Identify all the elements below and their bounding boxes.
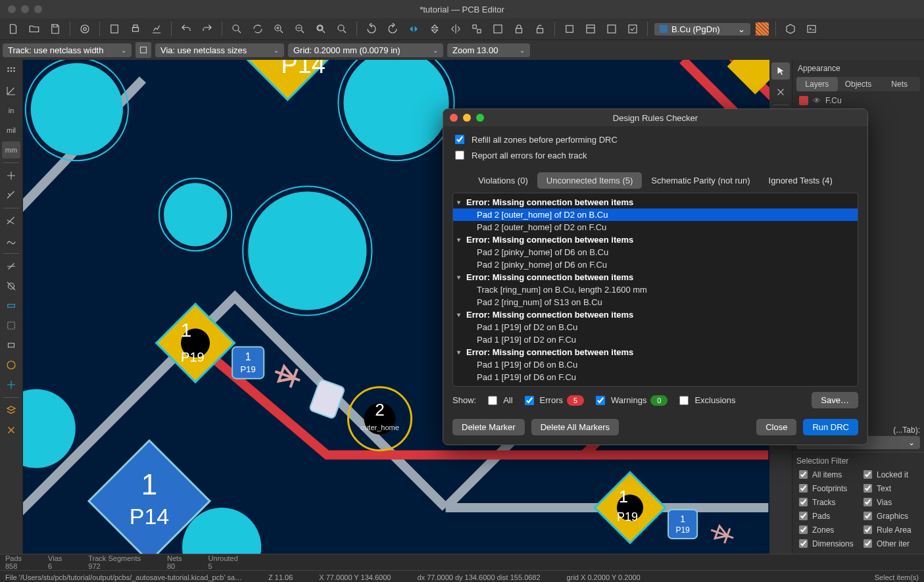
curved-ratsnest-icon[interactable] bbox=[2, 232, 20, 249]
flip-icon[interactable] bbox=[448, 21, 464, 37]
group-icon[interactable] bbox=[469, 21, 485, 37]
via-size-select[interactable]: Via: use netclass sizes⌄ bbox=[155, 43, 284, 57]
rotate-ccw-icon[interactable] bbox=[364, 21, 379, 37]
layer-selector[interactable]: B.Cu (PgDn) ⌄ bbox=[654, 23, 750, 36]
opt-report[interactable]: Report all errors for each track bbox=[452, 149, 858, 162]
filter-dimensions[interactable]: Dimensions bbox=[796, 537, 856, 550]
drc-error-list[interactable]: Error: Missing connection between itemsP… bbox=[452, 193, 858, 387]
show-errors[interactable]: Errors5 bbox=[522, 394, 584, 407]
mirror-h-icon[interactable] bbox=[406, 21, 422, 37]
zoom-fit-icon[interactable] bbox=[313, 21, 329, 37]
via-outline-icon[interactable] bbox=[2, 278, 20, 295]
delete-all-markers-button[interactable]: Delete All Markers bbox=[531, 419, 619, 435]
3d-viewer-icon[interactable] bbox=[783, 21, 798, 37]
scripting-console-icon[interactable] bbox=[804, 21, 819, 37]
track-width-select[interactable]: Track: use netclass width⌄ bbox=[3, 43, 132, 57]
save-file-icon[interactable] bbox=[47, 21, 63, 37]
show-warnings[interactable]: Warnings0 bbox=[593, 394, 668, 407]
close-window-icon[interactable] bbox=[8, 5, 16, 13]
drc-error-item[interactable]: Pad 2 [outer_home] of D2 on F.Cu bbox=[453, 221, 858, 233]
drc-icon[interactable] bbox=[625, 21, 641, 37]
net-highlight-icon[interactable] bbox=[2, 376, 20, 393]
filter-all-items[interactable]: All items bbox=[796, 468, 856, 481]
drc-error-header[interactable]: Error: Missing connection between items bbox=[453, 346, 858, 358]
unlock-icon[interactable] bbox=[532, 21, 548, 37]
zoom-select[interactable]: Zoom 13.00⌄ bbox=[447, 43, 530, 57]
track-width-toggle-icon[interactable] bbox=[135, 42, 151, 58]
select-tool-icon[interactable] bbox=[771, 62, 790, 80]
tab-objects[interactable]: Objects bbox=[838, 77, 879, 91]
drc-error-item[interactable]: Pad 2 [outer_home] of D2 on B.Cu bbox=[453, 208, 858, 221]
filter-footprints[interactable]: Footprints bbox=[796, 482, 856, 495]
drc-error-header[interactable]: Error: Missing connection between items bbox=[453, 196, 858, 208]
opt-refill[interactable]: Refill all zones before performing DRC bbox=[452, 133, 858, 146]
drc-error-item[interactable]: Pad 2 [pinky_home] of D6 on F.Cu bbox=[453, 258, 858, 271]
inches-unit[interactable]: in bbox=[2, 102, 20, 119]
footprint-browser-icon[interactable] bbox=[583, 21, 598, 37]
zoom-in-icon[interactable] bbox=[271, 21, 287, 37]
ratsnest-icon[interactable] bbox=[2, 212, 20, 230]
filter-zones[interactable]: Zones bbox=[796, 523, 856, 536]
zoom-out-icon[interactable] bbox=[292, 21, 308, 37]
run-drc-button[interactable]: Run DRC bbox=[803, 419, 858, 435]
page-settings-icon[interactable] bbox=[107, 21, 122, 37]
drc-error-item[interactable]: Pad 1 [P19] of D2 on F.Cu bbox=[453, 333, 858, 346]
close-button[interactable]: Close bbox=[756, 419, 796, 435]
undo-icon[interactable] bbox=[178, 21, 194, 37]
drc-error-header[interactable]: Error: Missing connection between items bbox=[453, 233, 858, 246]
mils-unit[interactable]: mil bbox=[2, 122, 20, 139]
pad-outline-icon[interactable] bbox=[2, 337, 20, 354]
grid-select[interactable]: Grid: 0.2000 mm (0.0079 in)⌄ bbox=[288, 43, 443, 57]
drc-error-item[interactable]: Pad 2 [ring_num] of S13 on B.Cu bbox=[453, 296, 858, 308]
lock-icon[interactable] bbox=[511, 21, 527, 37]
cursor-shape-icon[interactable] bbox=[2, 167, 20, 184]
drc-error-item[interactable]: Track [ring_num] on B.Cu, length 2.1600 … bbox=[453, 283, 858, 296]
drc-error-item[interactable]: Pad 1 [P19] of D6 on F.Cu bbox=[453, 371, 858, 383]
zone-outline-icon[interactable] bbox=[2, 317, 20, 334]
filter-pads[interactable]: Pads bbox=[796, 510, 856, 522]
drc-error-item[interactable]: Pad 2 [pinky_home] of D6 on B.Cu bbox=[453, 246, 858, 258]
footprint-editor-icon[interactable] bbox=[562, 21, 577, 37]
mirror-v-icon[interactable] bbox=[427, 21, 443, 37]
tab-violations[interactable]: Violations (0) bbox=[469, 172, 537, 189]
drc-error-header[interactable]: Error: Missing connection between items bbox=[453, 308, 858, 321]
show-all[interactable]: All bbox=[485, 394, 512, 407]
dlg-close-icon[interactable] bbox=[450, 114, 458, 122]
tab-layers[interactable]: Layers bbox=[796, 77, 838, 91]
dlg-minimize-icon[interactable] bbox=[463, 114, 471, 122]
zoom-window-icon[interactable] bbox=[34, 5, 42, 13]
ungroup-icon[interactable] bbox=[490, 21, 506, 37]
minimize-window-icon[interactable] bbox=[21, 5, 29, 13]
tab-parity[interactable]: Schematic Parity (not run) bbox=[642, 172, 759, 189]
always-show-cursor-icon[interactable] bbox=[2, 187, 20, 204]
filter-rule-area[interactable]: Rule Area bbox=[861, 523, 920, 536]
filter-other-iter[interactable]: Other iter bbox=[861, 537, 920, 550]
delete-marker-button[interactable]: Delete Marker bbox=[452, 419, 525, 435]
filter-graphics[interactable]: Graphics bbox=[861, 510, 920, 522]
high-contrast-icon[interactable] bbox=[2, 356, 20, 374]
open-file-icon[interactable] bbox=[26, 21, 42, 37]
grid-dots-icon[interactable] bbox=[2, 62, 20, 80]
tab-unconnected[interactable]: Unconnected Items (5) bbox=[537, 172, 643, 189]
filter-tracks[interactable]: Tracks bbox=[796, 496, 856, 508]
drc-error-item[interactable]: Pad 1 [P19] of D2 on B.Cu bbox=[453, 321, 858, 333]
dlg-zoom-icon[interactable] bbox=[476, 114, 484, 122]
track-outline-icon[interactable] bbox=[2, 297, 20, 314]
save-button[interactable]: Save… bbox=[812, 392, 858, 408]
layer-pair-icon[interactable] bbox=[756, 22, 769, 36]
outline-mode-icon[interactable] bbox=[2, 258, 20, 275]
new-file-icon[interactable] bbox=[5, 21, 21, 37]
tab-nets[interactable]: Nets bbox=[879, 77, 920, 91]
cancel-tool-icon[interactable] bbox=[771, 84, 790, 101]
find-icon[interactable] bbox=[229, 21, 245, 37]
layers-manager-icon[interactable] bbox=[2, 402, 20, 419]
drc-error-item[interactable]: Pad 1 [P19] of D6 on B.Cu bbox=[453, 358, 858, 371]
preferences-icon[interactable] bbox=[2, 422, 20, 439]
mm-unit[interactable]: mm bbox=[2, 141, 20, 158]
zoom-selection-icon[interactable] bbox=[334, 21, 350, 37]
polar-coords-icon[interactable] bbox=[2, 82, 20, 99]
layer-row[interactable]: 👁F.Cu bbox=[792, 94, 924, 107]
plot-icon[interactable] bbox=[149, 21, 164, 37]
tab-ignored[interactable]: Ignored Tests (4) bbox=[760, 172, 842, 189]
drc-error-header[interactable]: Error: Missing connection between items bbox=[453, 271, 858, 283]
